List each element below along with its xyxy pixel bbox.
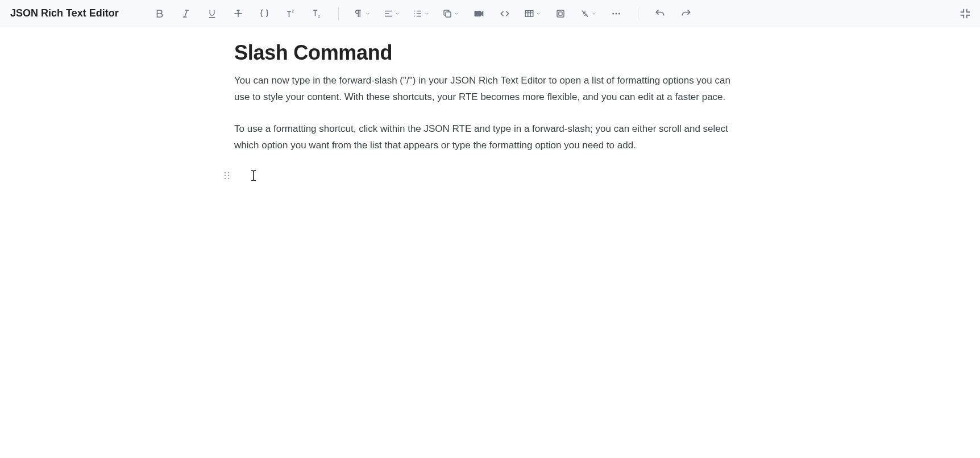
more-icon bbox=[611, 9, 621, 19]
svg-point-33 bbox=[615, 13, 617, 14]
editor-title: JSON Rich Text Editor bbox=[10, 7, 119, 19]
redo-icon bbox=[680, 8, 692, 19]
chevron-down-icon bbox=[424, 11, 430, 16]
svg-rect-25 bbox=[525, 10, 533, 16]
svg-point-35 bbox=[225, 172, 226, 174]
svg-marker-24 bbox=[481, 11, 483, 16]
svg-line-2 bbox=[184, 10, 187, 17]
toolbar-separator bbox=[338, 7, 339, 20]
align-button[interactable] bbox=[383, 6, 400, 22]
frame-button[interactable] bbox=[554, 6, 567, 22]
video-icon bbox=[473, 8, 484, 19]
superscript-button[interactable]: 2 bbox=[284, 6, 297, 22]
svg-point-36 bbox=[228, 172, 230, 174]
italic-icon bbox=[181, 9, 191, 19]
svg-point-38 bbox=[228, 175, 230, 177]
bold-button[interactable] bbox=[153, 6, 167, 22]
undo-icon bbox=[654, 8, 666, 19]
code-block-button[interactable] bbox=[498, 6, 512, 22]
editor-content-area[interactable]: Slash Command You can now type in the fo… bbox=[0, 27, 980, 458]
chevron-down-icon bbox=[591, 11, 597, 16]
svg-point-37 bbox=[225, 175, 226, 177]
svg-text:2: 2 bbox=[318, 14, 320, 18]
empty-block[interactable] bbox=[234, 169, 746, 185]
superscript-icon: 2 bbox=[285, 8, 296, 19]
chevron-down-icon bbox=[365, 11, 371, 16]
list-ordered-icon bbox=[413, 9, 423, 19]
undo-button[interactable] bbox=[653, 6, 667, 22]
toolbar-separator bbox=[638, 7, 638, 20]
document-paragraph[interactable]: To use a formatting shortcut, click with… bbox=[234, 121, 746, 153]
svg-rect-30 bbox=[559, 12, 562, 15]
text-cursor-icon bbox=[250, 169, 257, 184]
strikethrough-icon bbox=[232, 8, 244, 19]
italic-button[interactable] bbox=[179, 6, 193, 22]
drag-handle-icon[interactable] bbox=[224, 172, 230, 182]
video-button[interactable] bbox=[472, 6, 485, 22]
svg-point-34 bbox=[618, 13, 620, 14]
svg-rect-23 bbox=[474, 11, 481, 16]
editor-toolbar: JSON Rich Text Editor 2 2 bbox=[0, 0, 980, 27]
svg-text:2: 2 bbox=[292, 9, 294, 13]
copy-button[interactable] bbox=[442, 6, 459, 22]
code-block-icon bbox=[499, 8, 510, 19]
collapse-fullscreen-button[interactable] bbox=[958, 6, 972, 22]
document-paragraph[interactable]: You can now type in the forward-slash ("… bbox=[234, 73, 746, 105]
underline-button[interactable] bbox=[205, 6, 219, 22]
code-braces-button[interactable] bbox=[258, 6, 271, 22]
redo-button[interactable] bbox=[679, 6, 693, 22]
broken-link-icon bbox=[580, 9, 590, 19]
link-button[interactable] bbox=[580, 6, 597, 22]
align-left-icon bbox=[383, 9, 393, 19]
svg-point-40 bbox=[228, 178, 230, 180]
more-button[interactable] bbox=[609, 6, 623, 22]
copy-icon bbox=[442, 9, 452, 19]
chevron-down-icon bbox=[535, 11, 541, 16]
svg-rect-22 bbox=[446, 12, 451, 17]
svg-point-39 bbox=[225, 178, 226, 180]
svg-point-32 bbox=[612, 13, 614, 14]
chevron-down-icon bbox=[454, 11, 459, 16]
collapse-icon bbox=[959, 7, 971, 20]
code-braces-icon bbox=[259, 9, 269, 19]
paragraph-icon bbox=[354, 9, 364, 19]
subscript-button[interactable]: 2 bbox=[310, 6, 323, 22]
table-button[interactable] bbox=[524, 6, 541, 22]
underline-icon bbox=[207, 9, 217, 19]
toolbar-items: 2 2 bbox=[153, 6, 693, 22]
list-button[interactable] bbox=[413, 6, 430, 22]
subscript-icon: 2 bbox=[311, 8, 322, 19]
table-icon bbox=[524, 9, 534, 19]
document-heading[interactable]: Slash Command bbox=[234, 41, 746, 65]
strikethrough-button[interactable] bbox=[231, 6, 245, 22]
document: Slash Command You can now type in the fo… bbox=[234, 27, 746, 208]
chevron-down-icon bbox=[395, 11, 400, 16]
frame-icon bbox=[555, 9, 566, 19]
svg-rect-29 bbox=[557, 10, 564, 17]
bold-icon bbox=[155, 9, 165, 19]
paragraph-style-button[interactable] bbox=[354, 6, 371, 22]
